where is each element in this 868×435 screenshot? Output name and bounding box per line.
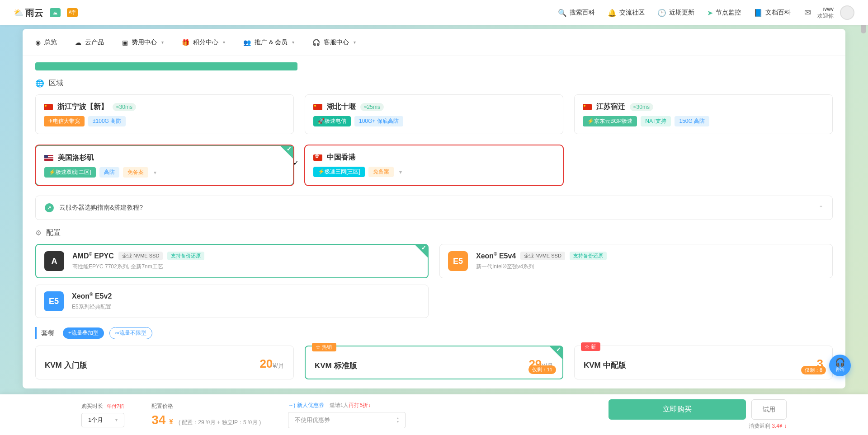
logo-badge-2: A字 xyxy=(67,8,78,17)
subnav-support[interactable]: 🎧客服中心▾ xyxy=(312,38,356,47)
newcomer-coupon-link[interactable]: →) 新人优惠券 xyxy=(288,402,324,409)
duration-group: 购买时长年付7折 1个月▾ xyxy=(81,402,124,427)
region-card-shiyan[interactable]: 湖北十堰≈25ms 🚀极速电信100G+ 保底高防 xyxy=(305,94,563,134)
cloud-icon: ⛅ xyxy=(14,8,24,18)
book-icon: 📘 xyxy=(754,9,763,17)
new-badge: ☆ 新 xyxy=(581,342,600,351)
coupon-select[interactable]: 不使用优惠券▴▾ xyxy=(288,412,406,428)
section-config-title: ⚙ 配置 xyxy=(23,220,845,244)
search-icon: 🔍 xyxy=(558,9,567,17)
price-group: 配置价格 34 ¥ ( 配置：29 ¥/月 + 独立IP：5 ¥/月 ) xyxy=(151,402,261,427)
flag-hk-icon xyxy=(313,154,322,161)
logo-text: 雨云 xyxy=(25,7,43,19)
floating-support-button[interactable]: 🎧 咨询 xyxy=(829,355,851,376)
subnav-points[interactable]: 🎁积分中心▾ xyxy=(182,38,225,47)
headset-icon: 🎧 xyxy=(835,358,845,366)
stock-badge: 仅剩：8 xyxy=(801,366,826,374)
clock-icon: 🕒 xyxy=(657,9,666,17)
region-grid: 浙江宁波【新】≈30ms ✈电信大带宽±100G 高防 湖北十堰≈25ms 🚀极… xyxy=(23,94,845,186)
cpu-badge: E5 xyxy=(44,291,64,311)
pkg-card-starter[interactable]: KVM 入门版20¥/月 xyxy=(35,346,294,379)
users-icon: 👥 xyxy=(243,39,251,46)
nav-monitor[interactable]: ➤节点监控 xyxy=(707,9,741,17)
chevron-down-icon: ▾ xyxy=(354,40,356,45)
nav-updates[interactable]: 🕒近期更新 xyxy=(657,9,694,17)
flag-cn-icon xyxy=(313,104,322,110)
pkg-tabs: 套餐 +流量叠加型 ∞流量不限型 xyxy=(35,327,833,339)
chevron-down-icon: ▾ xyxy=(161,40,164,45)
cpu-badge: A xyxy=(44,251,64,271)
nav-community[interactable]: 🔔交流社区 xyxy=(608,9,645,17)
chevron-down-icon[interactable]: ▾ xyxy=(154,169,156,176)
bell-icon: 🔔 xyxy=(608,9,617,17)
cpu-badge: E5 xyxy=(448,251,468,271)
chevron-down-icon[interactable]: ▾ xyxy=(399,169,402,175)
flag-us-icon xyxy=(44,155,53,161)
region-card-hongkong[interactable]: 中国香港 ⚡极速三网[三区]免备案▾ xyxy=(305,145,563,186)
compass-icon: ➚ xyxy=(45,203,54,212)
region-card-losangeles[interactable]: 美国洛杉矶 ⚡极速双线[二区]高防免备案▾ xyxy=(35,145,294,186)
chevron-down-icon: ▾ xyxy=(397,420,399,424)
send-icon: ➤ xyxy=(707,9,713,17)
subnav-overview[interactable]: ◉总览 xyxy=(35,38,57,47)
hot-badge: ☆ 热销 xyxy=(312,343,336,351)
coupon-group: →) 新人优惠券 邀请1人再打5折↓ 不使用优惠券▴▾ xyxy=(288,402,581,428)
config-grid: A AMD® EPYC企业 NVME SSD支持备份还原 高性能EPYC 770… xyxy=(23,244,845,278)
nav-docs[interactable]: 📘文档百科 xyxy=(754,9,791,17)
user-area: ✉ ivwv 欢迎你 xyxy=(804,5,854,20)
progress-bar xyxy=(35,62,297,70)
action-buttons: 立即购买 试用 消费返利 3.4¥ ↓ xyxy=(609,399,787,430)
price-breakdown: ( 配置：29 ¥/月 + 独立IP：5 ¥/月 ) xyxy=(179,419,261,426)
globe-icon: 🌐 xyxy=(35,79,44,88)
rebate-info: 消费返利 3.4¥ ↓ xyxy=(749,422,787,430)
chip-icon: ⚙ xyxy=(35,229,42,237)
top-header: ⛅ 雨云 ⛰ A字 🔍搜索百科 🔔交流社区 🕒近期更新 ➤节点监控 📘文档百科 … xyxy=(0,0,868,25)
stock-badge: 仅剩：11 xyxy=(528,365,556,374)
duration-select[interactable]: 1个月▾ xyxy=(81,413,124,427)
config-card-xeon-e5v2[interactable]: E5 Xeon® E5v2 E5系列经典配置 xyxy=(35,285,429,318)
user-greeting: 欢迎你 xyxy=(817,12,834,20)
region-card-suqian[interactable]: 江苏宿迁≈30ms ⚡京东云BGP极速NAT支持150G 高防 xyxy=(574,94,833,134)
flag-cn-icon xyxy=(44,104,53,110)
logo-area[interactable]: ⛅ 雨云 ⛰ A字 xyxy=(14,7,78,19)
overview-icon: ◉ xyxy=(35,39,41,46)
cloud-icon: ☁ xyxy=(75,39,81,46)
subnav-referral[interactable]: 👥推广 & 会员▾ xyxy=(243,38,294,47)
chevron-up-icon: ⌃ xyxy=(819,205,823,211)
pkg-grid: KVM 入门版20¥/月 ☆ 热销 KVM 标准版29¥/月 仅剩：11 ☆ 新… xyxy=(35,346,833,379)
logo-badge-1: ⛰ xyxy=(50,8,61,17)
buy-now-button[interactable]: 立即购买 xyxy=(609,399,746,420)
trial-button[interactable]: 试用 xyxy=(751,399,787,420)
pkg-tab-unlimited[interactable]: ∞流量不限型 xyxy=(109,327,152,339)
section-region-title: 🌐 区域 xyxy=(23,70,845,94)
headset-icon: 🎧 xyxy=(312,39,320,46)
pkg-tab-addon[interactable]: +流量叠加型 xyxy=(63,327,104,339)
bottom-purchase-bar: 购买时长年付7折 1个月▾ 配置价格 34 ¥ ( 配置：29 ¥/月 + 独立… xyxy=(0,394,868,435)
nav-search[interactable]: 🔍搜索百科 xyxy=(558,9,595,17)
user-name: ivwv xyxy=(817,6,834,12)
config-card-amd-epyc[interactable]: A AMD® EPYC企业 NVME SSD支持备份还原 高性能EPYC 770… xyxy=(35,244,429,278)
chevron-down-icon: ▾ xyxy=(223,40,225,45)
config-card-xeon-e5v4[interactable]: E5 Xeon® E5v4企业 NVME SSD支持备份还原 新一代Intel®… xyxy=(439,244,833,278)
sub-nav: ◉总览 ☁云产品 ▣费用中心▾ 🎁积分中心▾ 👥推广 & 会员▾ 🎧客服中心▾ xyxy=(23,29,845,56)
avatar[interactable] xyxy=(840,5,854,20)
config-grid-row2: E5 Xeon® E5v2 E5系列经典配置 xyxy=(23,278,845,318)
guide-link[interactable]: ➚云服务器选购指南&搭建教程? ⌃ xyxy=(35,196,833,220)
header-nav: 🔍搜索百科 🔔交流社区 🕒近期更新 ➤节点监控 📘文档百科 xyxy=(558,9,791,17)
subnav-billing[interactable]: ▣费用中心▾ xyxy=(122,38,164,47)
flag-cn-icon xyxy=(583,104,592,110)
logo: ⛅ 雨云 xyxy=(14,7,43,19)
pkg-card-medium[interactable]: ☆ 新 KVM 中配版3 仅剩：8 xyxy=(574,346,833,379)
billing-icon: ▣ xyxy=(122,39,128,46)
chevron-down-icon: ▾ xyxy=(115,417,118,422)
user-info[interactable]: ivwv 欢迎你 xyxy=(817,6,834,20)
pkg-card-standard[interactable]: ☆ 热销 KVM 标准版29¥/月 仅剩：11 xyxy=(305,346,563,379)
main-content: ◉总览 ☁云产品 ▣费用中心▾ 🎁积分中心▾ 👥推广 & 会员▾ 🎧客服中心▾ … xyxy=(23,29,845,388)
mail-icon[interactable]: ✉ xyxy=(804,8,811,18)
subnav-products[interactable]: ☁云产品 xyxy=(75,38,104,47)
chevron-down-icon: ▾ xyxy=(292,40,294,45)
region-card-ningbo[interactable]: 浙江宁波【新】≈30ms ✈电信大带宽±100G 高防 xyxy=(35,94,294,134)
gift-icon: 🎁 xyxy=(182,39,189,46)
total-price: 34 ¥ xyxy=(151,413,173,427)
package-section: 套餐 +流量叠加型 ∞流量不限型 KVM 入门版20¥/月 ☆ 热销 KVM 标… xyxy=(23,327,845,379)
